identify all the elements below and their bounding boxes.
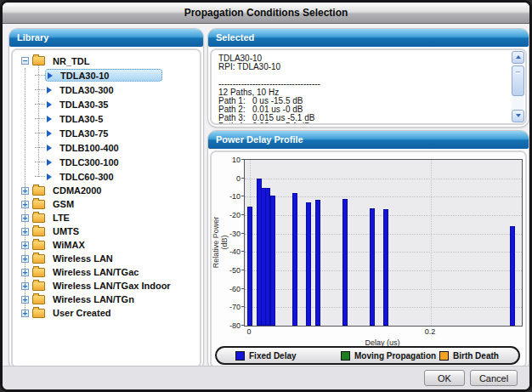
tree-item-content: TDLA30-5 [45,113,106,125]
expander-plus-icon[interactable]: + [21,228,29,236]
scrollbar-down-icon[interactable] [512,110,524,122]
expander-plus-icon[interactable]: + [21,310,29,317]
tree-item-content: TDLC300-100 [45,156,122,168]
h-gridline [245,179,522,179]
y-tick-label: 0 [215,174,241,183]
tree-item-content: TDLA30-35 [45,99,111,111]
y-tick-label: -60 [215,285,241,293]
folder-icon [32,227,45,236]
tree-item-gsm[interactable]: +GSM [20,197,200,211]
legend-item-fixed-delay: Fixed Delay [235,351,297,361]
expander-minus-icon[interactable]: – [21,57,29,65]
legend-label: Birth Death [453,351,499,361]
expander-plus-icon[interactable]: + [21,201,29,208]
tree-item-label: TDLB100-400 [56,142,122,154]
tree-item-wireless-lan-tgn[interactable]: +Wireless LAN/TGn [20,293,200,306]
selected-details-line: Path 4: 0.02 us -5.1 dB [218,122,505,123]
y-tick-label: -40 [215,247,241,256]
tree-item-content: Wireless LAN/TGax Indoor [32,280,174,292]
pdp-bar [342,199,348,327]
leaf-arrow-icon [47,130,52,137]
tree-item-wimax[interactable]: +WiMAX [20,238,200,252]
y-tick-label: -50 [215,266,241,275]
pdp-bar [315,200,320,326]
tree-item-label: Wireless LAN/TGac [49,266,142,278]
folder-icon [32,295,45,304]
folder-icon [32,200,45,209]
tree-item-tdlb100-400[interactable]: TDLB100-400 [20,140,200,155]
tree-item-tdlc300-100[interactable]: TDLC300-100 [20,155,200,169]
v-gridline [431,160,432,326]
library-panel: Library –NR_TDLTDLA30-10TDLA30-300TDLA30… [9,29,203,370]
y-tick-label: -10 [215,192,241,201]
tree-item-content: User Created [32,307,114,319]
expander-plus-icon[interactable]: + [21,241,29,249]
tree-connector-stub [35,104,45,105]
tree-item-user-created[interactable]: +User Created [20,306,200,320]
pdp-bar [383,209,388,326]
tree-item-tdla30-300[interactable]: TDLA30-300 [20,82,200,97]
leaf-arrow-icon [47,116,52,122]
tree-item-content: LTE [32,212,73,224]
expander-plus-icon[interactable]: + [21,296,29,304]
tree-item-cdma2000[interactable]: +CDMA2000 [20,184,200,197]
expander-plus-icon[interactable]: + [21,255,29,263]
selected-panel-header: Selected [208,29,529,47]
tree-connector-stub [35,147,45,148]
cancel-button[interactable]: Cancel [470,370,518,386]
tree-item-label: TDLA30-5 [56,113,106,125]
tree-item-umts[interactable]: +UMTS [20,224,200,238]
tree-connector-stub [35,75,45,76]
y-tick-label: -70 [215,303,241,311]
y-tick-label: 10 [215,156,241,164]
tree-item-content: WiMAX [32,239,88,251]
dialog-title: Propagation Conditions Selection [184,7,348,19]
scrollbar-up-icon[interactable] [512,51,524,64]
leaf-arrow-icon [47,87,52,94]
folder-icon [32,186,45,196]
leaf-arrow-icon [47,145,52,151]
expander-plus-icon[interactable]: + [21,269,29,276]
tree-item-tdlc60-300[interactable]: TDLC60-300 [20,169,200,184]
tree-item-tdla30-10[interactable]: TDLA30-10 [20,68,200,82]
tree-item-content: TDLA30-300 [45,84,117,96]
dialog-footer: OK Cancel [3,366,529,389]
leaf-arrow-icon [47,173,52,180]
folder-icon [32,281,45,291]
ok-button[interactable]: OK [424,370,465,386]
tree-item-wireless-lan-tgax-indoor[interactable]: +Wireless LAN/TGax Indoor [20,279,200,293]
dialog-titlebar[interactable]: Propagation Conditions Selection [3,3,529,24]
tree-item-nr-tdl[interactable]: –NR_TDL [20,54,200,68]
tree-item-content: UMTS [32,225,82,237]
tree-item-wireless-lan[interactable]: +Wireless LAN [20,252,200,265]
legend-swatch-icon [439,351,449,361]
tree-item-tdla30-75[interactable]: TDLA30-75 [20,126,200,140]
tree-item-label: Wireless LAN/TGax Indoor [49,280,174,292]
scrollbar[interactable] [512,51,524,122]
tree-item-tdla30-35[interactable]: TDLA30-35 [20,97,200,111]
expander-plus-icon[interactable]: + [21,187,29,195]
pdp-bar [370,208,375,326]
tree-item-content: CDMA2000 [32,185,105,196]
pdp-panel-body: Relative Power (dB) 100-10-20-30-40-50-6… [210,151,527,368]
folder-icon [32,241,45,250]
scrollbar-thumb[interactable] [512,65,524,96]
library-tree: –NR_TDLTDLA30-10TDLA30-300TDLA30-35TDLA3… [13,50,200,320]
tree-item-content: TDLA30-75 [45,128,111,139]
tree-connector-stub [35,133,45,134]
power-delay-profile-panel: Power Delay Profile Relative Power (dB) … [208,131,529,370]
selected-panel-title: Selected [216,32,254,43]
tree-connector-stub [35,118,45,119]
folder-icon [32,309,45,318]
tree-item-label: CDMA2000 [49,185,105,196]
tree-item-lte[interactable]: +LTE [20,211,200,224]
expander-plus-icon[interactable]: + [21,282,29,290]
tree-item-wireless-lan-tgac[interactable]: +Wireless LAN/TGac [20,265,200,279]
tree-item-content: GSM [32,198,77,210]
expander-plus-icon[interactable]: + [21,214,29,222]
tree-item-label: Wireless LAN [49,253,116,264]
tree-item-content: NR_TDL [32,55,93,67]
pdp-bar [510,226,515,326]
tree-item-tdla30-5[interactable]: TDLA30-5 [20,111,200,126]
y-tick-label: -20 [215,211,241,219]
